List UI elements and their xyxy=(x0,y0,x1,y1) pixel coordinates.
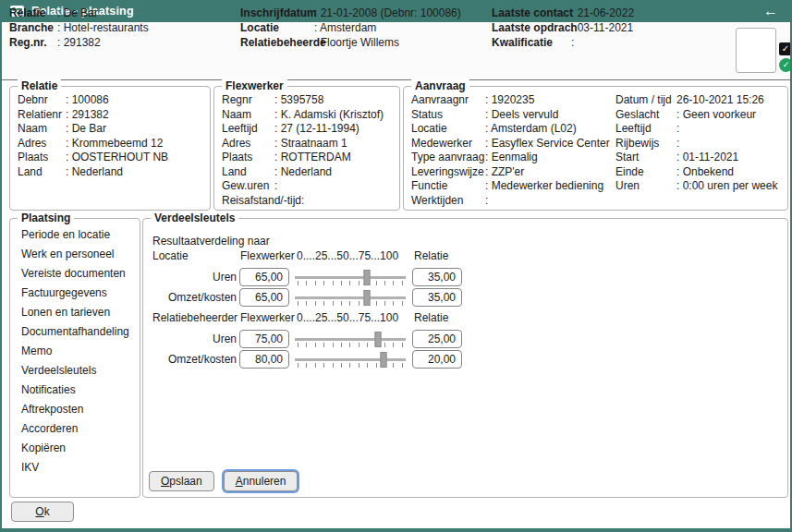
field-row: Reisafstand/-tijd: xyxy=(222,194,384,209)
field-value: : Easyflex Service Center xyxy=(485,137,610,150)
sidebar-item-memo[interactable]: Memo xyxy=(21,342,129,361)
sidebar-item-factuurgegevens[interactable]: Factuurgegevens xyxy=(21,284,129,303)
sidebar-item-lonen-en-tarieven[interactable]: Lonen en tarieven xyxy=(21,303,129,322)
field-row: Adres: Straatnaam 1 xyxy=(222,137,384,151)
slider-ticks xyxy=(298,343,403,347)
sidebar-item-accorderen[interactable]: Accorderen xyxy=(21,419,129,439)
sidebar-item-notificaties[interactable]: Notificaties xyxy=(21,381,129,400)
panel-rows: Debnr: 100086 Relatienr: 291382 Naam: De… xyxy=(18,93,168,179)
relatie-percentage-input[interactable]: 20,00 xyxy=(412,350,462,369)
field-label: Land xyxy=(18,165,66,180)
flexwerker-percentage-input[interactable]: 65,00 xyxy=(239,288,289,307)
field-row: Relatienr: 291382 xyxy=(18,108,168,123)
field-label: Relatie xyxy=(9,6,57,20)
sidebar-item-kopieren[interactable]: Kopiëren xyxy=(21,439,129,458)
sidebar-item-documentafhandeling[interactable]: Documentafhandeling xyxy=(21,322,129,342)
field-row: Land: Nederland xyxy=(18,165,168,180)
field-row: Naam: De Bar xyxy=(18,122,168,137)
flexwerker-percentage-input[interactable]: 65,00 xyxy=(239,268,289,286)
slider-handle[interactable] xyxy=(375,332,382,347)
field-value: : Onbekend xyxy=(676,165,734,178)
sidebar-menu: Periode en locatie Werk en personeel Ver… xyxy=(21,225,129,478)
field-label: Adres xyxy=(18,137,66,151)
sidebar-item-aftrekposten[interactable]: Aftrekposten xyxy=(21,400,129,419)
relatie-percentage-input[interactable]: 35,00 xyxy=(412,268,462,286)
field-row: Laatste opdrach: 03-11-2021 xyxy=(492,20,634,35)
checked-checkbox-icon[interactable]: ✓ xyxy=(779,42,792,55)
field-row: Laatste contact: 21-06-2022 xyxy=(492,6,634,20)
field-label: Uren xyxy=(615,179,676,194)
field-label: Debnr xyxy=(18,93,66,108)
distribution-slider[interactable] xyxy=(295,330,406,348)
field-row: Uren: 0:00 uren per week xyxy=(615,179,777,194)
distribution-row-omzet: Omzet/kosten 80,00 20,00 xyxy=(152,350,485,369)
distribution-row-omzet: Omzet/kosten 65,00 35,00 xyxy=(152,288,485,307)
column-relatie: Relatie xyxy=(414,311,448,324)
field-row: Geslacht: Geen voorkeur xyxy=(615,108,777,123)
field-value: : 0:00 uren per week xyxy=(676,179,777,192)
status-ok-icon[interactable]: ✓ xyxy=(779,58,792,72)
sidebar-item-periode-en-locatie[interactable]: Periode en locatie xyxy=(21,225,129,245)
field-row: Type aanvraag: Eenmalig xyxy=(411,151,610,165)
field-row: Gew.uren: xyxy=(222,179,384,194)
relatie-percentage-input[interactable]: 35,00 xyxy=(412,288,462,307)
field-row: Locatie: Amsterdam xyxy=(240,20,461,35)
distribution-slider[interactable] xyxy=(295,268,406,286)
field-label: Naam xyxy=(222,108,274,123)
ok-button[interactable]: Ok xyxy=(11,502,74,522)
field-label: Reisafstand/-tijd: xyxy=(222,194,274,209)
field-value: : Amsterdam (L02) xyxy=(485,122,577,135)
field-row: Status: Deels vervuld xyxy=(411,108,610,123)
field-label: Datum / tijd xyxy=(615,93,676,108)
header-column-relatie: Relatie: De Bar Branche: Hotel-restauran… xyxy=(9,6,149,50)
distribution-slider[interactable] xyxy=(295,350,406,369)
field-label: Leveringswijze xyxy=(411,165,485,180)
result-distribution-title: Resultaatverdeling naar xyxy=(152,235,270,248)
sidebar-item-ikv[interactable]: IKV xyxy=(21,458,129,478)
field-label: Laatste opdrach xyxy=(492,20,571,35)
panel-rows-right: Datum / tijd26-10-2021 15:26 Geslacht: G… xyxy=(615,93,777,194)
field-value: : Deels vervuld xyxy=(485,108,558,121)
field-label: Locatie xyxy=(240,20,314,35)
back-arrow-icon[interactable]: ← xyxy=(763,4,778,18)
field-label: Locatie xyxy=(411,122,485,137)
column-relatie: Relatie xyxy=(414,249,448,262)
flexwerker-percentage-input[interactable]: 80,00 xyxy=(239,350,289,369)
field-row: Einde: Onbekend xyxy=(615,165,777,180)
row-label: Omzet/kosten xyxy=(152,350,237,369)
section-name: Relatiebeheerder xyxy=(152,311,238,324)
field-value: : OOSTERHOUT NB xyxy=(66,151,168,163)
field-label: Medewerker xyxy=(411,137,485,151)
field-row: Plaats: ROTTERDAM xyxy=(222,151,384,165)
relatie-percentage-input[interactable]: 25,00 xyxy=(412,330,462,348)
sidebar-item-verdeelsleutels[interactable]: Verdeelsleutels xyxy=(21,361,129,381)
field-label: Kwalificatie xyxy=(492,35,571,50)
field-value: : K. Adamski (Krisztof) xyxy=(274,108,384,121)
field-label: Werktijden xyxy=(411,194,485,209)
field-label: Type aanvraag xyxy=(411,151,485,165)
field-value: : 100086 xyxy=(66,93,109,106)
cancel-button[interactable]: Annuleren xyxy=(224,471,299,491)
column-flexwerker: Flexwerker xyxy=(240,311,295,324)
flexwerker-percentage-input[interactable]: 75,00 xyxy=(239,330,289,348)
field-value: : Medewerker bediening xyxy=(485,179,603,192)
panel-legend: Plaatsing xyxy=(18,212,74,224)
distribution-slider[interactable] xyxy=(295,288,406,307)
sidebar-item-werk-en-personeel[interactable]: Werk en personeel xyxy=(21,245,129,264)
field-value: : 27 (12-11-1994) xyxy=(274,122,359,135)
slider-handle[interactable] xyxy=(364,270,371,285)
field-value: : Krommebeemd 12 xyxy=(66,137,163,150)
slider-handle[interactable] xyxy=(364,290,371,306)
slider-track xyxy=(295,296,406,299)
panel-rows: Regnr: 5395758 Naam: K. Adamski (Kriszto… xyxy=(222,93,384,208)
field-row: Relatiebeheerde: Floortje Willems xyxy=(240,35,461,50)
slider-ticks xyxy=(298,281,403,285)
sidebar-item-vereiste-documenten[interactable]: Vereiste documenten xyxy=(21,264,129,284)
field-value: 26-10-2021 15:26 xyxy=(676,93,764,106)
save-button[interactable]: Opslaan xyxy=(149,471,214,491)
slider-handle[interactable] xyxy=(381,352,387,368)
field-label: Relatienr xyxy=(18,108,66,123)
field-row: Medewerker: Easyflex Service Center xyxy=(411,137,610,151)
field-row: Functie: Medewerker bediening xyxy=(411,179,610,194)
field-value: : xyxy=(571,36,574,49)
